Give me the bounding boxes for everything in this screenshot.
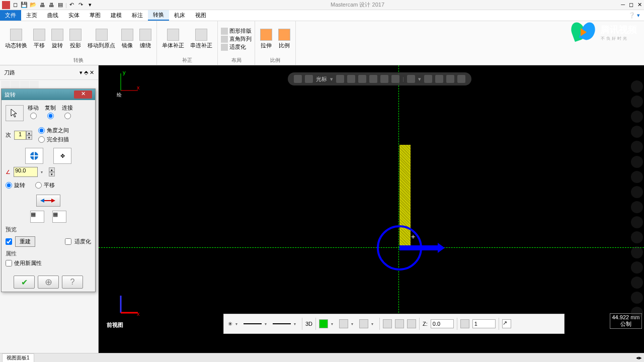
rt-14[interactable] [631,277,643,289]
angle-between-radio[interactable] [38,127,45,134]
rebuild-button[interactable]: 重建 [15,236,35,247]
help-icon[interactable]: ❔ ▾ [624,10,644,21]
rect-array-button[interactable]: 直角阵列 [221,35,252,43]
rt-15[interactable] [631,292,643,304]
tab-sketch[interactable]: 草图 [85,10,106,21]
origin-icon-button[interactable] [25,148,43,164]
rt-5[interactable] [631,141,643,153]
rt-11[interactable] [631,231,643,243]
angle-down[interactable]: ▾ [49,172,55,176]
tab-annotate[interactable]: 标注 [127,10,148,21]
help-button[interactable]: ? [62,276,83,289]
pick-point-button[interactable]: ✥ [53,148,71,164]
ft-b2[interactable] [358,75,366,83]
level-icon2[interactable] [395,319,404,328]
rt-1[interactable] [631,80,643,93]
count-down[interactable]: ▾ [26,135,32,140]
tab-machine[interactable]: 机床 [169,10,190,21]
panel-dropdown-icon[interactable]: ▾ [79,69,83,76]
ft-gear-icon[interactable] [336,75,344,83]
ft-b1[interactable] [347,75,355,83]
rt-7[interactable] [631,171,643,183]
open-icon[interactable]: 📂 [29,1,37,9]
line-weight[interactable] [273,323,291,324]
single-offset-button[interactable]: 单体补正 [160,28,186,50]
rt-4[interactable] [631,126,643,138]
line-style[interactable] [244,323,262,324]
viewport[interactable]: yx 绘 ＋ 光标 ▾ | ▾ x [99,65,644,353]
ft-b7[interactable] [435,75,443,83]
undo-icon[interactable]: ↶ [68,1,76,9]
layer-input[interactable] [472,319,496,328]
layer-icon[interactable] [460,319,469,328]
tab-file[interactable]: 文件 [0,10,21,21]
ok-button[interactable]: ✔ [14,276,35,289]
rt-3[interactable] [631,111,643,123]
fit-button[interactable]: 适度化 [221,43,252,51]
join-radio[interactable] [64,113,71,119]
preview-checkbox[interactable] [6,238,12,245]
project-button[interactable]: 投影 [67,28,84,50]
mirror-button[interactable]: 镜像 [119,28,135,50]
rt-9[interactable] [631,201,643,213]
nesting-button[interactable]: 图形排版 [221,27,252,35]
list-icon[interactable]: ▤ [56,1,64,9]
chain-offset-button[interactable]: 串连补正 [188,28,214,50]
rt-10[interactable] [631,216,643,228]
ft-b5[interactable] [391,75,399,83]
grid-btn-2[interactable]: ▦ [52,211,66,223]
ft-grid-icon[interactable] [407,75,415,83]
redo-icon[interactable]: ↷ [77,1,85,9]
tab-transform[interactable]: 转换 [148,10,169,21]
count-up[interactable]: ▴ [26,131,32,135]
flip-direction-button[interactable] [36,195,60,207]
rotation-gizmo-arrow[interactable] [399,245,440,250]
count-input[interactable]: 1 [14,131,26,140]
rt-13[interactable] [631,261,643,274]
ft-lock-icon[interactable] [294,75,302,83]
panel-close-icon[interactable]: ✕ [90,69,94,76]
dialog-close-button[interactable]: ✕ [74,90,92,99]
move-radio[interactable] [30,113,37,119]
panel-pin-icon[interactable]: ⬘ [84,69,88,76]
rt-2[interactable] [631,96,643,108]
qat-more-icon[interactable]: ▾ [86,1,94,9]
tab-curves[interactable]: 曲线 [42,10,63,21]
rotate-radio[interactable] [6,182,12,189]
use-new-attr-checkbox[interactable] [6,260,12,266]
tab-home[interactable]: 主页 [21,10,42,21]
maximize-icon[interactable]: ◻ [629,2,633,8]
move-origin-button[interactable]: 移动到原点 [86,28,117,50]
edit-icon[interactable]: ↗ [502,319,511,328]
rt-8[interactable] [631,186,643,198]
rt-6[interactable] [631,156,643,168]
level-icon3[interactable] [407,319,416,328]
rt-16[interactable] [631,307,643,319]
level-icon1[interactable] [383,319,392,328]
minimize-icon[interactable]: ─ [621,2,625,8]
dynamic-transform-button[interactable]: 动态转换 [3,28,29,50]
stretch-button[interactable]: 拉伸 [258,28,274,50]
ft-b3[interactable] [369,75,377,83]
ft-cursor-icon[interactable] [305,75,313,83]
ft-refresh-icon[interactable] [446,75,454,83]
ft-b4[interactable] [380,75,388,83]
angle-dropdown[interactable]: ▾ [41,170,46,174]
select-icon[interactable] [6,105,24,121]
tab-model[interactable]: 建模 [106,10,127,21]
view-panel-tab[interactable]: 视图面板1 [2,353,34,363]
save-icon[interactable]: 💾 [20,1,28,9]
wrap-button[interactable]: 缠绕 [137,28,153,50]
angle-up[interactable]: ▴ [49,167,55,172]
full-sweep-radio[interactable] [38,136,45,143]
color-picker-icon[interactable] [319,319,328,328]
grid-btn-1[interactable]: ▦ [30,211,44,223]
optimize-checkbox[interactable] [65,238,71,245]
rotate-button[interactable]: 旋转 [49,28,65,50]
translate-radio[interactable] [35,182,42,189]
point-style-icon[interactable]: ✳ [228,321,232,327]
ft-b6[interactable] [424,75,432,83]
color2-icon[interactable] [339,319,348,328]
print2-icon[interactable]: 🖶 [47,1,55,9]
print-icon[interactable]: 🖶 [38,1,46,9]
